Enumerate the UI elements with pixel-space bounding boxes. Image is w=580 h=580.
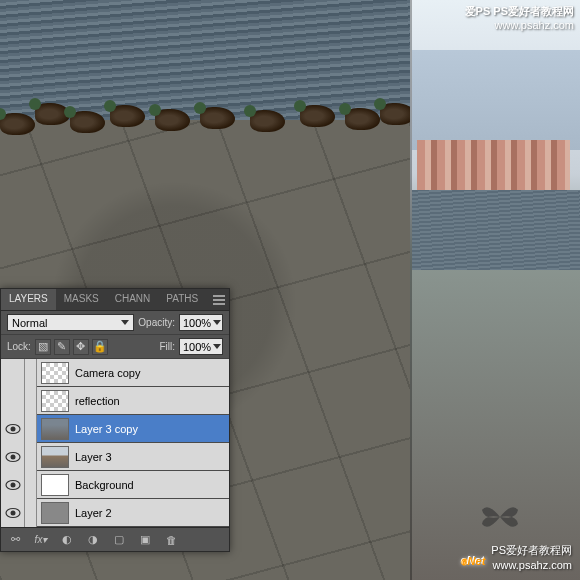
visibility-toggle[interactable]	[1, 415, 25, 443]
watermark-top: 爱PS PS爱好者教程网 www.psahz.com	[465, 4, 574, 31]
lock-label: Lock:	[7, 341, 31, 352]
chevron-right-icon	[213, 320, 221, 325]
layer-row[interactable]: reflection	[1, 387, 229, 415]
opacity-value: 100%	[183, 317, 213, 329]
layer-name[interactable]: Camera copy	[73, 367, 229, 379]
layer-row[interactable]: Layer 3 copy	[1, 415, 229, 443]
layer-thumbnail[interactable]	[41, 474, 69, 496]
layer-row[interactable]: Layer 2	[1, 499, 229, 527]
link-column	[25, 443, 37, 471]
svg-point-5	[10, 482, 15, 487]
ducks-group	[0, 95, 410, 145]
layer-name[interactable]: Layer 3	[73, 451, 229, 463]
svg-point-3	[10, 454, 15, 459]
link-icon[interactable]: ⚯	[7, 532, 23, 548]
lock-icons-group: ▧ ✎ ✥ 🔒	[35, 339, 108, 355]
tab-paths[interactable]: PATHS	[158, 289, 206, 310]
layer-name[interactable]: Layer 2	[73, 507, 229, 519]
tab-channels[interactable]: CHANN	[107, 289, 159, 310]
fx-icon[interactable]: fx▾	[33, 532, 49, 548]
lock-fill-row: Lock: ▧ ✎ ✥ 🔒 Fill: 100%	[1, 335, 229, 359]
new-layer-icon[interactable]: ▣	[137, 532, 153, 548]
layer-name[interactable]: Layer 3 copy	[73, 423, 229, 435]
layer-thumbnail[interactable]	[41, 418, 69, 440]
watermark-bottom: eNet PS爱好者教程网 www.psahz.com	[461, 541, 572, 572]
fill-label: Fill:	[159, 341, 175, 352]
blend-mode-value: Normal	[12, 317, 121, 329]
lock-all-icon[interactable]: 🔒	[92, 339, 108, 355]
link-column	[25, 387, 37, 415]
layer-row[interactable]: Background	[1, 471, 229, 499]
layer-name[interactable]: reflection	[73, 395, 229, 407]
layer-thumbnail[interactable]	[41, 390, 69, 412]
blend-opacity-row: Normal Opacity: 100%	[1, 311, 229, 335]
chevron-right-icon	[213, 344, 221, 349]
watermark-bottom-title: PS爱好者教程网	[491, 543, 572, 557]
layer-name[interactable]: Background	[73, 479, 229, 491]
butterfly-decoration	[480, 502, 520, 532]
tab-layers[interactable]: LAYERS	[1, 289, 56, 310]
blend-mode-select[interactable]: Normal	[7, 314, 134, 331]
lock-move-icon[interactable]: ✥	[73, 339, 89, 355]
lock-brush-icon[interactable]: ✎	[54, 339, 70, 355]
link-column	[25, 359, 37, 387]
layers-list: Camera copyreflectionLayer 3 copyLayer 3…	[1, 359, 229, 527]
visibility-toggle[interactable]	[1, 443, 25, 471]
panel-footer: ⚯ fx▾ ◐ ◑ ▢ ▣ 🗑	[1, 527, 229, 551]
link-column	[25, 415, 37, 443]
layer-thumbnail[interactable]	[41, 446, 69, 468]
adjustment-icon[interactable]: ◑	[85, 532, 101, 548]
svg-point-1	[10, 426, 15, 431]
visibility-toggle[interactable]	[1, 359, 25, 387]
opacity-input[interactable]: 100%	[179, 314, 223, 331]
watermark-url: www.psahz.com	[465, 19, 574, 31]
visibility-toggle[interactable]	[1, 499, 25, 527]
layers-panel: LAYERS MASKS CHANN PATHS Normal Opacity:…	[0, 288, 230, 552]
tab-masks[interactable]: MASKS	[56, 289, 107, 310]
watermark-bottom-url: www.psahz.com	[491, 558, 572, 572]
link-column	[25, 499, 37, 527]
opacity-label: Opacity:	[138, 317, 175, 328]
watermark-brand: 爱PS	[465, 5, 491, 17]
group-icon[interactable]: ▢	[111, 532, 127, 548]
svg-point-7	[10, 510, 15, 515]
mask-icon[interactable]: ◐	[59, 532, 75, 548]
lock-transparency-icon[interactable]: ▧	[35, 339, 51, 355]
chevron-down-icon	[121, 320, 129, 325]
visibility-toggle[interactable]	[1, 471, 25, 499]
enet-logo: eNet	[461, 541, 485, 572]
layer-row[interactable]: Layer 3	[1, 443, 229, 471]
layer-thumbnail[interactable]	[41, 502, 69, 524]
watermark-title: PS爱好者教程网	[493, 5, 574, 17]
panel-menu-icon[interactable]	[209, 289, 229, 310]
layer-row[interactable]: Camera copy	[1, 359, 229, 387]
fill-input[interactable]: 100%	[179, 338, 223, 355]
fill-value: 100%	[183, 341, 213, 353]
visibility-toggle[interactable]	[1, 387, 25, 415]
trash-icon[interactable]: 🗑	[163, 532, 179, 548]
panel-tabs: LAYERS MASKS CHANN PATHS	[1, 289, 229, 311]
split-preview	[410, 0, 580, 580]
layer-thumbnail[interactable]	[41, 362, 69, 384]
link-column	[25, 471, 37, 499]
